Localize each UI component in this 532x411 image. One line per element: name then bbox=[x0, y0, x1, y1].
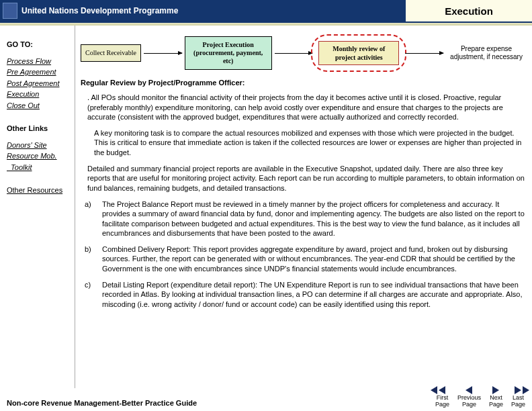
content: Collect Receivable Project Execution (pr… bbox=[75, 26, 532, 388]
link-process-flow[interactable]: Process Flow bbox=[7, 56, 71, 67]
nav-label: First Page bbox=[435, 395, 449, 408]
footer: Non-core Revenue Management-Better Pract… bbox=[0, 387, 532, 408]
main-area: GO TO: Process Flow Pre Agreement Post A… bbox=[0, 26, 532, 388]
flow-prepare-adjustment: Prepare expense adjustment, if necessary bbox=[446, 45, 527, 61]
next-page-icon bbox=[492, 386, 499, 394]
list-marker: c) bbox=[85, 280, 102, 309]
nav-next-page[interactable]: Next Page bbox=[489, 386, 503, 408]
link-resource-mob[interactable]: Resource Mob. bbox=[7, 150, 71, 162]
process-flow: Collect Receivable Project Execution (pr… bbox=[81, 36, 527, 70]
flow-project-execution: Project Execution (procurement, payment,… bbox=[185, 36, 272, 70]
first-page-icon bbox=[439, 386, 445, 394]
list-text: The Project Balance Report must be revie… bbox=[102, 199, 527, 238]
list-item: b) Combined Delivery Report: This report… bbox=[85, 244, 527, 273]
page-nav: First Page Previous Page Next Page Last … bbox=[435, 386, 532, 408]
flow-collect-receivable: Collect Receivable bbox=[81, 44, 141, 62]
arrow-icon bbox=[275, 53, 313, 54]
link-execution[interactable]: Execution bbox=[7, 89, 71, 100]
sidebar: GO TO: Process Flow Pre Agreement Post A… bbox=[0, 26, 75, 388]
app-header: United Nations Development Programme Exe… bbox=[0, 0, 532, 23]
nav-label: Last Page bbox=[511, 395, 525, 408]
link-donors-site[interactable]: Donors' Site bbox=[7, 140, 71, 151]
nav-last-page[interactable]: Last Page bbox=[511, 386, 525, 408]
nav-label: Next Page bbox=[489, 395, 503, 408]
undp-logo bbox=[3, 3, 17, 19]
link-post-agreement[interactable]: Post Agreement bbox=[7, 78, 71, 89]
header-brand: United Nations Development Programme bbox=[0, 0, 404, 21]
paragraph: . All POs should monitor the financial a… bbox=[87, 93, 527, 122]
list-text: Combined Delivery Report: This report pr… bbox=[102, 244, 527, 273]
paragraph: A key monitoring task is to compare the … bbox=[94, 128, 527, 157]
goto-links: Process Flow Pre Agreement Post Agreemen… bbox=[7, 56, 71, 111]
flow-monthly-review: Monthly review of project activities bbox=[318, 41, 399, 65]
arrow-icon bbox=[144, 53, 182, 54]
list-marker: a) bbox=[85, 199, 102, 238]
section-heading: Regular Review by Project/Programme Offi… bbox=[81, 78, 527, 87]
link-other-resources[interactable]: Other Resources bbox=[7, 185, 71, 196]
footer-title: Non-core Revenue Management-Better Pract… bbox=[0, 399, 435, 408]
paragraph: Detailed and summary financial project r… bbox=[87, 164, 527, 193]
link-close-out[interactable]: Close Out bbox=[7, 100, 71, 111]
last-page-icon bbox=[515, 386, 521, 394]
previous-page-icon bbox=[466, 386, 472, 394]
list-marker: b) bbox=[85, 244, 102, 273]
arrow-icon bbox=[405, 53, 443, 54]
other-links-heading: Other Links bbox=[7, 123, 71, 134]
nav-label: Previous Page bbox=[457, 395, 481, 408]
other-links: Donors' Site Resource Mob. Toolkit bbox=[7, 140, 71, 173]
link-toolkit[interactable]: Toolkit bbox=[7, 162, 71, 173]
nav-first-page[interactable]: First Page bbox=[435, 386, 449, 408]
list-item: c) Detail Listing Report (expenditure de… bbox=[85, 280, 527, 309]
link-pre-agreement[interactable]: Pre Agreement bbox=[7, 66, 71, 78]
page-title: Execution bbox=[404, 0, 532, 21]
org-name: United Nations Development Programme bbox=[21, 6, 178, 15]
list-item: a) The Project Balance Report must be re… bbox=[85, 199, 527, 238]
list-text: Detail Listing Report (expenditure detai… bbox=[102, 280, 527, 309]
nav-previous-page[interactable]: Previous Page bbox=[457, 386, 481, 408]
goto-heading: GO TO: bbox=[7, 39, 71, 50]
flow-monthly-review-wrap: Monthly review of project activities bbox=[315, 38, 402, 68]
